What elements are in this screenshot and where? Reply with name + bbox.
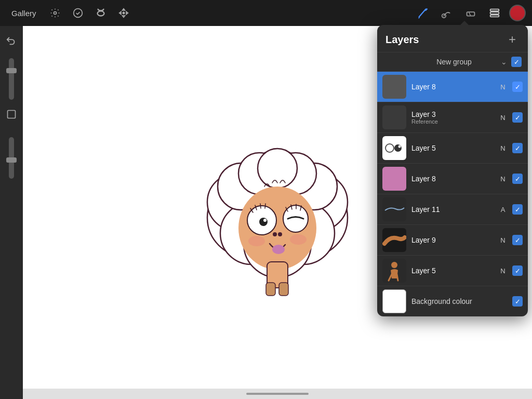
layer-row-layer8-active[interactable]: Layer 8 N ✓	[377, 71, 528, 102]
layer11-name: Layer 11	[411, 205, 494, 214]
layer5-char-mode: N	[499, 267, 507, 275]
layer3-checkbox[interactable]: ✓	[512, 112, 523, 123]
svg-rect-8	[8, 111, 16, 118]
background-checkbox[interactable]: ✓	[512, 296, 523, 307]
layer5-char-checkmark: ✓	[515, 267, 521, 275]
layer-group-row[interactable]: New group ⌄ ✓	[377, 52, 528, 71]
layer5-dots-thumbnail	[382, 136, 406, 160]
svg-point-39	[394, 144, 402, 152]
opacity-slider[interactable]	[9, 137, 14, 179]
layers-title: Layers	[385, 34, 419, 46]
layer8-active-checkmark: ✓	[515, 83, 521, 91]
gallery-button[interactable]: Gallery	[6, 6, 42, 21]
layer-row-layer9[interactable]: Layer 9 N ✓	[377, 224, 528, 255]
group-visibility-checkbox[interactable]: ✓	[511, 57, 522, 67]
layer8-active-mode: N	[499, 83, 507, 91]
toolbar-right	[414, 4, 532, 22]
modify-tool-button[interactable]	[46, 4, 64, 22]
layer8-pink-name: Layer 8	[411, 175, 494, 183]
layer3-thumbnail	[382, 105, 406, 129]
adjust-tool-button[interactable]	[69, 4, 87, 22]
bottom-bar	[23, 389, 532, 399]
layer3-mode: N	[499, 114, 507, 122]
layer3-name: Layer 3	[411, 110, 494, 118]
svg-rect-5	[490, 9, 499, 11]
brush-tool-icon[interactable]	[414, 4, 432, 22]
layer5-dots-mode: N	[499, 144, 507, 152]
layer5-dots-name: Layer 5	[411, 144, 494, 152]
layer8-active-thumbnail	[382, 75, 406, 99]
background-checkmark: ✓	[515, 298, 521, 305]
layer11-checkbox[interactable]: ✓	[512, 204, 523, 215]
color-picker-button[interactable]	[509, 5, 526, 21]
square-tool-button[interactable]	[2, 105, 21, 124]
layer-row-layer5-dots[interactable]: Layer 5 N ✓	[377, 132, 528, 163]
layers-panel: Layers + New group ⌄ ✓ Layer 8 N ✓ Layer…	[377, 25, 528, 316]
layer5-char-thumbnail	[382, 259, 406, 283]
panel-arrow	[459, 21, 470, 26]
svg-point-41	[391, 262, 397, 268]
layer9-mode: N	[499, 236, 507, 244]
layer8-active-checkbox[interactable]: ✓	[512, 82, 523, 92]
svg-rect-37	[279, 283, 288, 296]
svg-point-40	[398, 145, 401, 148]
layer8-pink-checkmark: ✓	[515, 175, 521, 183]
group-chevron-icon[interactable]: ⌄	[501, 58, 507, 66]
layer8-pink-thumbnail	[382, 167, 406, 191]
layer5-dots-info: Layer 5	[411, 144, 494, 152]
svg-point-2	[123, 12, 124, 14]
svg-point-27	[259, 218, 268, 226]
layer-row-layer11[interactable]: Layer 11 A ✓	[377, 194, 528, 224]
toolbar: Gallery	[0, 0, 532, 26]
layer9-checkmark: ✓	[515, 236, 521, 244]
group-label: New group	[411, 58, 497, 66]
layer5-char-name: Layer 5	[411, 267, 494, 275]
svg-rect-36	[266, 283, 275, 296]
background-name: Background colour	[411, 297, 494, 305]
svg-point-30	[273, 232, 277, 236]
layer5-char-info: Layer 5	[411, 267, 494, 275]
layer5-dots-checkbox[interactable]: ✓	[512, 143, 523, 153]
layers-tool-icon[interactable]	[485, 4, 504, 22]
layer5-dots-checkmark: ✓	[515, 144, 521, 152]
svg-rect-6	[490, 12, 499, 14]
layer11-checkmark: ✓	[515, 206, 521, 214]
background-thumbnail	[382, 289, 406, 313]
svg-point-34	[272, 245, 285, 254]
layer3-sublabel: Reference	[411, 118, 494, 125]
layer3-checkmark: ✓	[515, 114, 521, 122]
layer8-pink-info: Layer 8	[411, 175, 494, 183]
smear-tool-icon[interactable]	[437, 4, 456, 22]
layer8-pink-checkbox[interactable]: ✓	[512, 174, 523, 184]
svg-point-1	[97, 11, 104, 16]
svg-point-32	[248, 236, 265, 246]
layer8-pink-mode: N	[499, 175, 507, 183]
layers-add-button[interactable]: +	[505, 32, 520, 47]
layer11-info: Layer 11	[411, 205, 494, 214]
layer9-thumbnail	[382, 228, 406, 252]
layer5-char-checkbox[interactable]: ✓	[512, 265, 523, 276]
layer9-info: Layer 9	[411, 236, 494, 244]
layer-row-layer5-char[interactable]: Layer 5 N ✓	[377, 255, 528, 286]
layer-row-layer8-pink[interactable]: Layer 8 N ✓	[377, 163, 528, 194]
sidebar-undo-button[interactable]	[2, 31, 21, 50]
layer-row-background[interactable]: Background colour ✓	[377, 286, 528, 316]
left-sidebar	[0, 26, 23, 399]
group-checkmark-icon: ✓	[514, 58, 520, 66]
layer11-mode: A	[499, 206, 507, 214]
layer3-info: Layer 3 Reference	[411, 110, 494, 125]
sheep-illustration	[168, 109, 387, 306]
layer-row-layer3[interactable]: Layer 3 Reference N ✓	[377, 102, 528, 132]
layer8-active-name: Layer 8	[411, 83, 494, 91]
svg-point-38	[385, 144, 394, 152]
svg-point-28	[263, 219, 267, 222]
move-tool-button[interactable]	[114, 4, 133, 22]
toolbar-left: Gallery	[0, 4, 133, 22]
svg-rect-7	[490, 15, 499, 17]
smudge-tool-button[interactable]	[91, 4, 110, 22]
layer11-thumbnail	[382, 197, 406, 221]
brush-size-slider[interactable]	[9, 58, 14, 100]
layer9-checkbox[interactable]: ✓	[512, 235, 523, 245]
svg-point-31	[278, 232, 282, 236]
eraser-tool-icon[interactable]	[461, 4, 480, 22]
